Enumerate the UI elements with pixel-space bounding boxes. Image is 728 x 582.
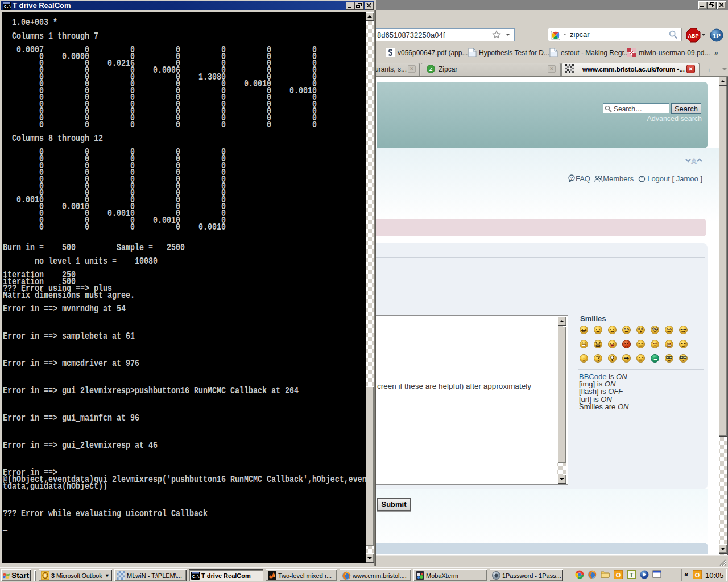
svg-text:ABP: ABP bbox=[688, 33, 698, 39]
svg-text:A: A bbox=[691, 157, 697, 165]
svg-text:T: T bbox=[630, 572, 634, 579]
svg-text:?: ? bbox=[570, 176, 573, 181]
svg-text:C:\: C:\ bbox=[192, 575, 200, 579]
svg-text:O: O bbox=[695, 572, 700, 579]
svg-text:O: O bbox=[616, 572, 621, 579]
svg-text:Z: Z bbox=[429, 66, 433, 72]
svg-text:1P: 1P bbox=[713, 32, 720, 39]
svg-text:C:\: C:\ bbox=[4, 5, 11, 9]
